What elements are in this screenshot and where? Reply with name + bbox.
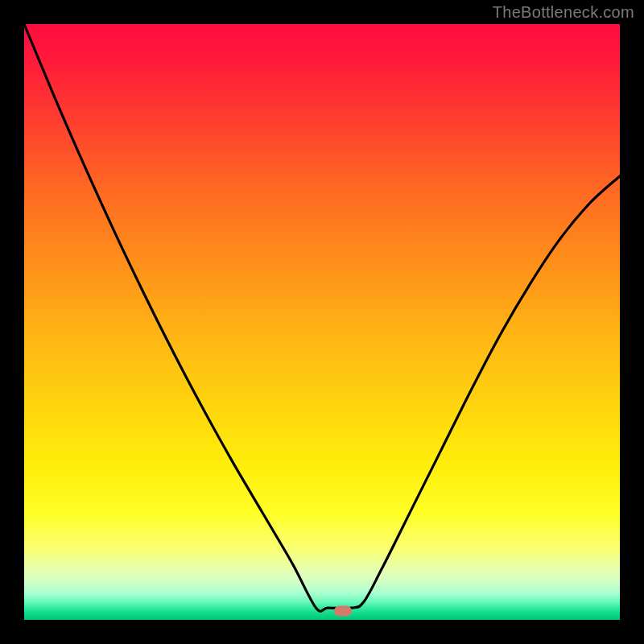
chart-frame: TheBottleneck.com	[0, 0, 644, 644]
bottleneck-curve	[24, 24, 620, 620]
optimal-marker	[334, 605, 352, 616]
plot-area	[24, 24, 620, 620]
watermark-text: TheBottleneck.com	[493, 3, 634, 22]
